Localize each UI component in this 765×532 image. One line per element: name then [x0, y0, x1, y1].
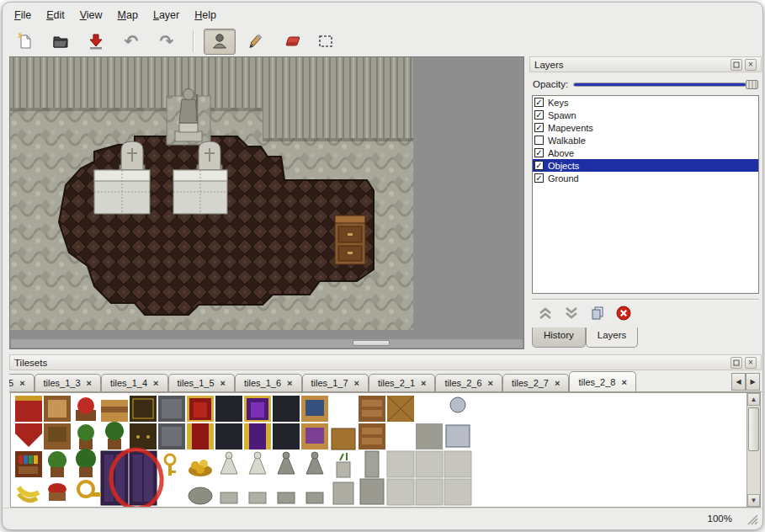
resize-grip[interactable] [746, 513, 758, 525]
toolbar-separator [193, 30, 194, 52]
new-map-button[interactable] [9, 29, 41, 55]
menu-item-view[interactable]: View [73, 8, 109, 23]
opacity-slider-fill [574, 83, 746, 86]
tileset-tab[interactable]: tiles_1_7 × [302, 374, 369, 391]
close-tab-icon[interactable]: × [488, 379, 493, 387]
character-stamp-tool-button[interactable] [204, 29, 236, 55]
layer-visibility-checkbox[interactable]: ✓ [534, 123, 544, 132]
layer-row[interactable]: ✓ Keys [533, 96, 758, 109]
opacity-label: Opacity: [533, 79, 568, 89]
close-tab-icon[interactable]: × [421, 379, 426, 387]
opacity-slider-track[interactable] [573, 82, 746, 87]
menu-item-layer[interactable]: Layer [146, 8, 186, 23]
tileset-vertical-scrollbar[interactable]: ▲ ▼ [746, 393, 760, 507]
close-tab-icon[interactable]: × [354, 379, 359, 387]
tab-layers-label: Layers [598, 330, 627, 340]
map-canvas[interactable] [10, 57, 413, 330]
brush-tool-button[interactable] [239, 29, 271, 55]
undo-button[interactable]: ↶ [115, 29, 147, 55]
menu-item-map[interactable]: Map [111, 8, 145, 23]
gravestone-object [197, 141, 222, 172]
open-map-button[interactable] [45, 29, 77, 55]
save-map-button[interactable] [80, 29, 112, 55]
scroll-tabs-right-button[interactable]: ▶ [746, 373, 760, 391]
close-tab-icon[interactable]: × [220, 379, 226, 387]
chevron-down-icon [563, 305, 580, 322]
altar-object [94, 170, 150, 214]
layer-row[interactable]: ✓ Mapevents [533, 121, 758, 134]
close-tab-icon[interactable]: × [621, 378, 626, 386]
check-icon: ✓ [535, 149, 542, 157]
menu-item-edit[interactable]: Edit [40, 8, 72, 23]
menu-item-file[interactable]: File [8, 8, 38, 23]
layer-visibility-checkbox[interactable]: ✓ [534, 161, 544, 170]
layer-visibility-checkbox[interactable]: ✓ [534, 173, 544, 183]
delete-circle-icon [615, 305, 632, 322]
close-tab-icon[interactable]: × [19, 379, 24, 387]
close-tab-icon[interactable]: × [87, 379, 92, 387]
lower-layer-button[interactable] [562, 304, 581, 322]
tileset-vscroll-thumb[interactable] [748, 407, 759, 451]
save-icon [87, 32, 105, 51]
layer-list: ✓ Keys ✓ Spawn ✓ Mapevents ✓ Walkable ✓ … [532, 95, 759, 294]
tab-layers[interactable]: Layers [586, 327, 639, 348]
layer-visibility-checkbox[interactable]: ✓ [534, 98, 544, 107]
scroll-tabs-left-button[interactable]: ◀ [731, 373, 746, 391]
scroll-down-button[interactable]: ▼ [747, 494, 760, 507]
tileset-tab[interactable]: tiles_2_7 × [502, 374, 569, 391]
float-panel-button[interactable] [730, 59, 742, 71]
chevron-up-icon [537, 305, 554, 322]
opacity-slider[interactable] [573, 78, 758, 90]
raise-layer-button[interactable] [536, 304, 555, 322]
tileset-tab[interactable]: tiles_1_3 × [35, 374, 101, 391]
check-icon: ✓ [535, 174, 542, 183]
toolbar: ↶ ↷ [9, 26, 757, 56]
tileset-tab[interactable]: tiles_2_6 × [435, 374, 502, 391]
new-file-icon [16, 32, 35, 51]
close-tab-icon[interactable]: × [555, 379, 560, 387]
tileset-tab[interactable]: tiles_1_6 × [235, 374, 301, 391]
tileset-grid[interactable] [13, 395, 475, 508]
altar-object [173, 170, 227, 214]
layer-row[interactable]: ✓ Objects [533, 159, 758, 172]
tileset-tab[interactable]: tiles_2_1 × [369, 374, 435, 391]
tileset-tab[interactable]: tiles_1_5 × [168, 374, 235, 391]
layers-panel-titlebar: Layers × [529, 56, 762, 72]
scroll-up-button[interactable]: ▲ [747, 393, 760, 406]
close-panel-button[interactable]: × [745, 59, 757, 71]
close-tab-icon[interactable]: × [287, 379, 292, 387]
layer-visibility-checkbox[interactable]: ✓ [534, 136, 544, 145]
tileset-tab-label: tiles_2_6 [444, 378, 481, 388]
select-tool-button[interactable] [310, 29, 342, 55]
layer-visibility-checkbox[interactable]: ✓ [534, 110, 544, 120]
tileset-tab-label: 5 [9, 378, 13, 388]
layer-row[interactable]: ✓ Walkable [533, 134, 758, 146]
opacity-slider-handle[interactable] [746, 80, 758, 89]
redo-icon: ↷ [160, 33, 174, 50]
close-tab-icon[interactable]: × [153, 379, 158, 387]
redo-button[interactable]: ↷ [151, 29, 183, 55]
float-panel-button[interactable] [730, 357, 742, 369]
eraser-icon [280, 32, 300, 51]
eraser-tool-button[interactable] [274, 29, 306, 55]
duplicate-layer-button[interactable] [588, 304, 607, 322]
layer-label: Objects [548, 161, 579, 171]
map-horizontal-scrollbar[interactable] [11, 339, 523, 348]
layer-label: Walkable [548, 136, 586, 146]
delete-layer-button[interactable] [614, 304, 633, 322]
tileset-tab-label: tiles_2_7 [512, 378, 549, 388]
layer-row[interactable]: ✓ Spawn [533, 109, 758, 121]
layer-visibility-checkbox[interactable]: ✓ [534, 148, 544, 157]
tileset-tab[interactable]: tiles_1_4 × [101, 374, 167, 391]
tileset-tab[interactable]: tiles_2_8 × [569, 371, 635, 391]
close-panel-button[interactable]: × [745, 357, 757, 369]
tileset-tab[interactable]: 5 × [9, 374, 35, 391]
layer-row[interactable]: ✓ Ground [533, 172, 758, 184]
layers-panel: Layers × Opacity: ✓ Keys [529, 56, 762, 350]
tileset-tab-label: tiles_1_4 [110, 378, 147, 388]
map-hscroll-thumb[interactable] [353, 340, 390, 346]
tab-history[interactable]: History [532, 327, 586, 348]
menu-item-help[interactable]: Help [188, 8, 223, 23]
duplicate-icon [589, 305, 606, 322]
layer-row[interactable]: ✓ Above [533, 146, 758, 159]
